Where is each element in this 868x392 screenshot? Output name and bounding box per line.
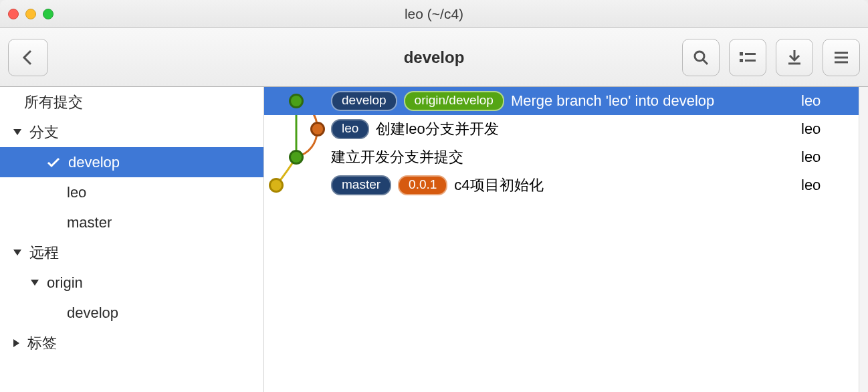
sidebar-remote-branch-label: develop [67, 304, 118, 322]
svg-rect-3 [745, 53, 756, 55]
disclosure-triangle-icon [13, 339, 19, 347]
svg-rect-2 [740, 52, 743, 56]
back-button[interactable] [8, 39, 48, 76]
sidebar-remote-branch-item[interactable]: develop [0, 298, 263, 328]
ref-badge: master [331, 175, 391, 195]
ref-badge: origin/develop [404, 91, 504, 111]
commit-node-icon [310, 122, 325, 136]
disclosure-triangle-icon [31, 280, 39, 286]
sidebar-remote-name: origin [47, 274, 83, 292]
list-icon [738, 50, 757, 65]
commit-message-cell: leo创建leo分支并开发 [331, 119, 801, 139]
commit-message-text: 建立开发分支并提交 [331, 147, 463, 167]
minimize-window-button[interactable] [25, 9, 36, 19]
menu-button[interactable] [823, 39, 860, 76]
commit-graph-cell [264, 87, 331, 115]
sidebar-branches-label: 分支 [29, 122, 59, 142]
sidebar-branch-label: leo [67, 184, 86, 201]
main-area: 所有提交 分支 developleomaster 远程 origin devel… [0, 87, 868, 392]
commit-row[interactable]: 建立开发分支并提交leo [264, 143, 868, 171]
disclosure-triangle-icon [13, 129, 21, 135]
commit-row[interactable]: developorigin/developMerge branch 'leo' … [264, 87, 868, 115]
ref-badge: 0.0.1 [398, 175, 447, 195]
commit-graph-cell [264, 115, 331, 143]
commit-graph-cell [264, 171, 331, 199]
svg-line-1 [703, 60, 708, 64]
sidebar-remotes-header[interactable]: 远程 [0, 237, 263, 268]
commit-node-icon [289, 94, 304, 108]
sidebar-branch-item[interactable]: leo [0, 177, 263, 207]
ref-badge: leo [331, 119, 369, 139]
commit-author: leo [801, 92, 868, 110]
sidebar-branch-item[interactable]: master [0, 207, 263, 237]
sidebar-all-commits[interactable]: 所有提交 [0, 87, 263, 117]
sidebar: 所有提交 分支 developleomaster 远程 origin devel… [0, 87, 264, 392]
sidebar-all-commits-label: 所有提交 [24, 92, 83, 112]
commit-message-cell: developorigin/developMerge branch 'leo' … [331, 91, 801, 111]
close-window-button[interactable] [8, 9, 19, 19]
scrollbar[interactable] [859, 87, 868, 392]
sidebar-branch-label: master [67, 214, 112, 231]
sidebar-tags-label: 标签 [27, 333, 57, 353]
list-view-button[interactable] [729, 39, 766, 76]
toolbar: develop [0, 28, 868, 87]
fetch-button[interactable] [776, 39, 813, 76]
hamburger-icon [833, 51, 849, 64]
commit-author: leo [801, 177, 868, 194]
download-icon [786, 49, 802, 66]
svg-rect-5 [745, 60, 756, 62]
commit-message-text: c4项目初始化 [454, 175, 543, 195]
window-controls [8, 9, 53, 19]
disclosure-triangle-icon [13, 250, 21, 256]
commit-node-icon [289, 150, 304, 165]
commit-node-icon [269, 178, 284, 193]
commit-message-cell: 建立开发分支并提交 [331, 147, 801, 167]
svg-rect-4 [740, 59, 743, 62]
commit-message-text: 创建leo分支并开发 [376, 119, 498, 139]
svg-point-0 [695, 52, 704, 61]
sidebar-remote-origin[interactable]: origin [0, 268, 263, 298]
window-title: leo (~/c4) [0, 6, 868, 22]
zoom-window-button[interactable] [43, 9, 53, 19]
commit-row[interactable]: leo创建leo分支并开发leo [264, 115, 868, 143]
commit-message-cell: master0.0.1c4项目初始化 [331, 175, 801, 195]
sidebar-remotes-label: 远程 [29, 243, 59, 263]
search-button[interactable] [682, 39, 720, 76]
commit-author: leo [801, 149, 868, 166]
commit-row[interactable]: master0.0.1c4项目初始化leo [264, 171, 868, 199]
sidebar-tags-header[interactable]: 标签 [0, 328, 263, 358]
sidebar-branch-item[interactable]: develop [0, 147, 263, 177]
check-icon [47, 157, 60, 168]
commit-message-text: Merge branch 'leo' into develop [511, 92, 714, 110]
commit-graph-cell [264, 143, 331, 171]
commit-author: leo [801, 120, 868, 138]
sidebar-branch-label: develop [68, 154, 120, 171]
commit-list: developorigin/developMerge branch 'leo' … [264, 87, 868, 392]
window-titlebar: leo (~/c4) [0, 0, 868, 28]
sidebar-branches-header[interactable]: 分支 [0, 117, 263, 147]
ref-badge: develop [331, 91, 397, 111]
search-icon [692, 49, 710, 66]
